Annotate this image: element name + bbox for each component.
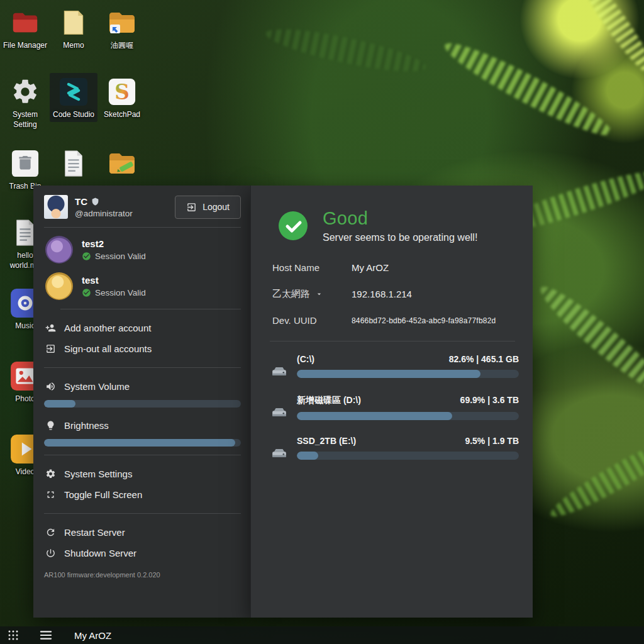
- user-handle: @administrator: [75, 209, 133, 218]
- disk-usage-bar: [297, 412, 519, 420]
- account-row-test[interactable]: test Session Valid: [45, 272, 241, 300]
- desktop-icon-label: Memo: [63, 41, 84, 51]
- divider: [44, 455, 241, 455]
- taskbar-title: My ArOZ: [74, 630, 111, 641]
- current-user-row: TC @administrator Logout: [44, 195, 241, 219]
- fern-leaf-decoration: [438, 33, 618, 146]
- person-add-icon: [45, 323, 56, 333]
- account-name: test2: [82, 238, 146, 249]
- uuid-row: Dev. UUID 8466bd72-bdb6-452a-abc9-fa98a7…: [272, 315, 519, 326]
- status-title: Good: [323, 208, 477, 229]
- disk-usage: 82.6% | 465.1 GB: [449, 354, 519, 364]
- disk-usage-bar: [297, 452, 519, 460]
- brightness-label: Brightness: [44, 415, 241, 436]
- hostname-row: Host Name My ArOZ: [272, 262, 519, 273]
- taskbar: My ArOZ: [0, 626, 644, 644]
- system-settings-item[interactable]: System Settings: [44, 464, 241, 484]
- desktop-icon-code-studio[interactable]: Code Studio: [50, 73, 97, 122]
- gear-icon: [45, 469, 56, 479]
- disk-row-c: (C:\) 82.6% | 465.1 GB: [271, 354, 519, 382]
- account-name: test: [82, 275, 146, 286]
- fullscreen-icon: [45, 489, 56, 500]
- uuid-value: 8466bd72-bdb6-452a-abc9-fa98a77fb82d: [352, 316, 496, 325]
- shutdown-server-item[interactable]: Shutdown Server: [44, 543, 241, 564]
- restart-icon: [45, 527, 56, 538]
- fern-leaf-decoration: [572, 0, 644, 81]
- svg-text:S: S: [114, 80, 130, 104]
- trash-icon: [9, 147, 42, 180]
- divider: [44, 227, 241, 228]
- ip-address-value: 192.168.1.214: [352, 289, 412, 299]
- disk-usage-bar: [297, 370, 519, 378]
- user-info: TC @administrator: [75, 196, 133, 218]
- server-status-panel: Good Server seems to be operating well! …: [250, 186, 533, 618]
- account-status: Session Valid: [95, 252, 146, 261]
- firmware-version: AR100 firmware:development 0.2.020: [44, 571, 241, 579]
- desktop-icon-file-manager[interactable]: File Manager: [1, 4, 49, 53]
- disk-name: (C:\): [297, 354, 314, 364]
- restart-server-item[interactable]: Restart Server: [44, 522, 241, 543]
- account-row-test2[interactable]: test2 Session Valid: [45, 236, 241, 264]
- desktop-icon-label: Video: [16, 467, 35, 477]
- desktop-icon-system-setting[interactable]: System Setting: [1, 73, 49, 131]
- hard-drive-icon: [271, 445, 287, 464]
- grid-icon: [8, 630, 19, 641]
- uuid-label: Dev. UUID: [272, 315, 352, 326]
- divider: [60, 309, 241, 309]
- taskbar-menu-button[interactable]: [31, 626, 60, 644]
- desktop-icon-folder-edit[interactable]: [98, 145, 146, 182]
- desktop-icon-label: Code Studio: [53, 110, 94, 120]
- volume-slider[interactable]: [44, 400, 241, 408]
- gear-icon: [9, 75, 42, 108]
- hard-drive-icon: [271, 404, 287, 423]
- desktop-icon-label: Photo: [15, 394, 35, 404]
- account-status: Session Valid: [95, 288, 146, 297]
- status-header: Good Server seems to be operating well!: [279, 208, 519, 243]
- divider: [44, 367, 241, 368]
- desktop-icon-sketchpad[interactable]: S SketchPad: [98, 73, 146, 122]
- check-circle-icon: [82, 252, 91, 261]
- desktop-icon-label: System Setting: [2, 110, 48, 130]
- fern-leaf-decoration: [545, 430, 644, 526]
- bulb-icon: [45, 420, 56, 431]
- hard-drive-icon: [271, 364, 287, 382]
- sketchpad-icon: S: [106, 75, 138, 108]
- account-avatar: [45, 272, 73, 300]
- fern-leaf-decoration: [533, 277, 644, 402]
- desktop-icon-label: Music: [15, 321, 35, 331]
- signout-all-item[interactable]: Sign-out all accounts: [44, 338, 241, 359]
- account-avatar: [45, 236, 73, 264]
- disk-usage-fill: [297, 370, 480, 378]
- brightness-slider[interactable]: [44, 439, 241, 447]
- logout-button[interactable]: Logout: [175, 196, 241, 219]
- shield-icon: [91, 197, 99, 206]
- folder-shortcut-icon: [106, 6, 138, 39]
- desktop-icon-document[interactable]: [50, 145, 97, 182]
- toggle-fullscreen-item[interactable]: Toggle Full Screen: [44, 484, 241, 505]
- disk-name: SSD_2TB (E:\): [297, 436, 356, 446]
- session-panel: TC @administrator Logout test2 Session V…: [33, 186, 250, 618]
- folder-edit-icon: [106, 147, 138, 180]
- desktop-icon-memo[interactable]: Memo: [50, 4, 97, 53]
- add-account-item[interactable]: Add another account: [44, 318, 241, 338]
- speaker-icon: [45, 381, 56, 392]
- status-check-icon: [279, 211, 308, 240]
- disk-usage: 69.9% | 3.6 TB: [460, 395, 519, 405]
- network-interface-dropdown[interactable]: 乙太網路: [272, 288, 352, 300]
- status-subtitle: Server seems to be operating well!: [323, 232, 477, 243]
- desktop-icon-shortcut-folder[interactable]: 油圓喔: [98, 4, 146, 53]
- chevron-down-icon: [315, 290, 323, 298]
- file-manager-icon: [9, 6, 42, 39]
- disk-usage: 9.5% | 1.9 TB: [465, 436, 519, 446]
- code-studio-icon: [57, 75, 90, 108]
- start-menu-button[interactable]: [0, 626, 26, 644]
- user-name: TC: [75, 196, 87, 207]
- system-volume-label: System Volume: [44, 376, 241, 397]
- network-row: 乙太網路 192.168.1.214: [272, 288, 519, 300]
- fern-leaf-decoration: [264, 21, 429, 79]
- logout-icon: [186, 202, 197, 213]
- brightness-slider-fill: [44, 439, 235, 447]
- memo-icon: [57, 6, 90, 39]
- disk-row-e: SSD_2TB (E:\) 9.5% | 1.9 TB: [271, 436, 519, 464]
- divider: [44, 513, 241, 514]
